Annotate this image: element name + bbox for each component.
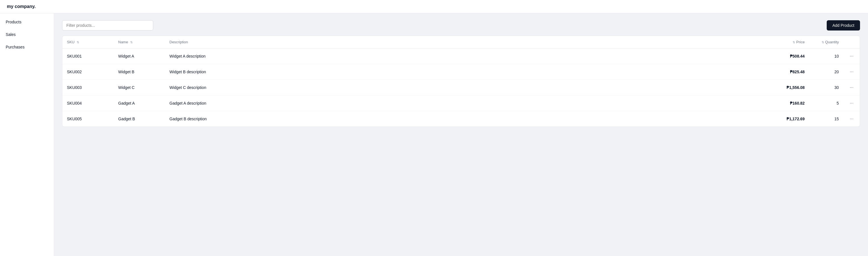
- cell-sku-2: SKU003: [62, 80, 114, 95]
- cell-quantity-4: 15: [809, 111, 843, 127]
- products-table: SKU ⇅ Name ⇅ Description ⇅: [62, 36, 860, 126]
- cell-actions-1: ···: [843, 64, 860, 80]
- cell-name-2: Widget C: [114, 80, 165, 95]
- cell-description-2: Widget C description: [165, 80, 758, 95]
- cell-sku-1: SKU002: [62, 64, 114, 80]
- row-actions-button-3[interactable]: ···: [848, 100, 855, 106]
- toolbar: Add Product: [62, 20, 860, 30]
- col-header-actions: [843, 36, 860, 49]
- cell-sku-0: SKU001: [62, 49, 114, 64]
- cell-actions-3: ···: [843, 95, 860, 111]
- cell-quantity-2: 30: [809, 80, 843, 95]
- main-content: Products Sales Purchases Add Product: [0, 13, 868, 256]
- cell-description-3: Gadget A description: [165, 95, 758, 111]
- cell-description-1: Widget B description: [165, 64, 758, 80]
- add-product-button[interactable]: Add Product: [827, 20, 860, 30]
- sort-icon-sku: ⇅: [76, 40, 79, 44]
- cell-quantity-3: 5: [809, 95, 843, 111]
- col-header-quantity[interactable]: ⇅ Quantity: [809, 36, 843, 49]
- col-header-description: Description: [165, 36, 758, 49]
- cell-price-3: ₱160.82: [758, 95, 809, 111]
- app-container: my company. Products Sales Purchases Add…: [0, 0, 868, 256]
- sort-icon-quantity: ⇅: [822, 40, 824, 44]
- cell-price-4: ₱1,172.69: [758, 111, 809, 127]
- sidebar-item-sales[interactable]: Sales: [0, 28, 54, 41]
- table-header-row: SKU ⇅ Name ⇅ Description ⇅: [62, 36, 860, 49]
- row-actions-button-1[interactable]: ···: [848, 69, 855, 75]
- cell-name-1: Widget B: [114, 64, 165, 80]
- cell-name-0: Widget A: [114, 49, 165, 64]
- row-actions-button-2[interactable]: ···: [848, 84, 855, 91]
- cell-actions-4: ···: [843, 111, 860, 127]
- col-header-price[interactable]: ⇅ Price: [758, 36, 809, 49]
- cell-quantity-0: 10: [809, 49, 843, 64]
- top-bar: my company.: [0, 0, 868, 13]
- table-row: SKU001 Widget A Widget A description ₱50…: [62, 49, 860, 64]
- cell-description-0: Widget A description: [165, 49, 758, 64]
- sidebar-item-purchases[interactable]: Purchases: [0, 41, 54, 53]
- cell-name-4: Gadget B: [114, 111, 165, 127]
- col-header-sku[interactable]: SKU ⇅: [62, 36, 114, 49]
- cell-name-3: Gadget A: [114, 95, 165, 111]
- cell-actions-2: ···: [843, 80, 860, 95]
- company-name: my company.: [7, 4, 36, 9]
- content-area: Add Product SKU ⇅ Name ⇅: [54, 13, 868, 256]
- col-header-name[interactable]: Name ⇅: [114, 36, 165, 49]
- sort-icon-price: ⇅: [793, 40, 795, 44]
- cell-description-4: Gadget B description: [165, 111, 758, 127]
- cell-price-2: ₱1,556.08: [758, 80, 809, 95]
- row-actions-button-4[interactable]: ···: [848, 116, 855, 122]
- cell-sku-4: SKU005: [62, 111, 114, 127]
- table-row: SKU005 Gadget B Gadget B description ₱1,…: [62, 111, 860, 127]
- cell-price-1: ₱825.48: [758, 64, 809, 80]
- cell-actions-0: ···: [843, 49, 860, 64]
- cell-price-0: ₱508.44: [758, 49, 809, 64]
- products-table-container: SKU ⇅ Name ⇅ Description ⇅: [62, 36, 860, 127]
- cell-quantity-1: 20: [809, 64, 843, 80]
- sort-icon-name: ⇅: [130, 40, 133, 44]
- row-actions-button-0[interactable]: ···: [848, 53, 855, 59]
- table-row: SKU004 Gadget A Gadget A description ₱16…: [62, 95, 860, 111]
- table-body: SKU001 Widget A Widget A description ₱50…: [62, 49, 860, 127]
- sidebar-item-products[interactable]: Products: [0, 16, 54, 28]
- cell-sku-3: SKU004: [62, 95, 114, 111]
- sidebar: Products Sales Purchases: [0, 13, 54, 256]
- table-row: SKU003 Widget C Widget C description ₱1,…: [62, 80, 860, 95]
- filter-input[interactable]: [62, 20, 153, 30]
- table-row: SKU002 Widget B Widget B description ₱82…: [62, 64, 860, 80]
